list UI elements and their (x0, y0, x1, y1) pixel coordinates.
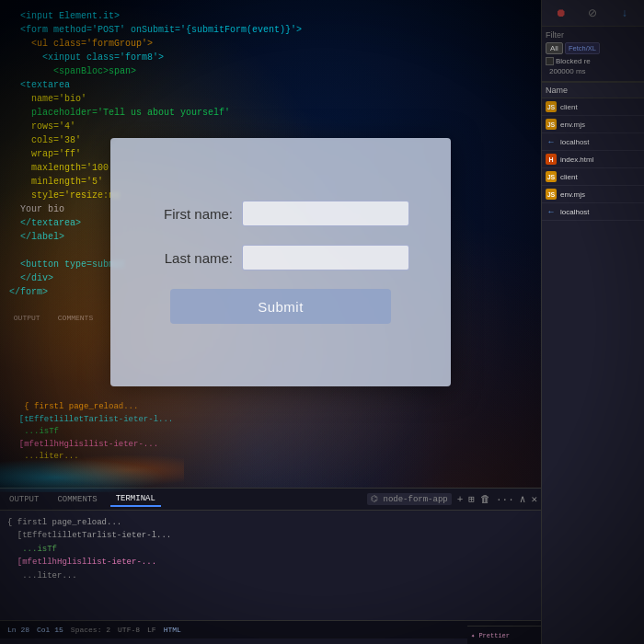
arrow-icon: ← (546, 136, 557, 147)
net-item-name: localhost (560, 138, 590, 146)
list-item[interactable]: H index.html (542, 151, 644, 168)
js-icon: JS (546, 189, 557, 200)
clear-icon[interactable]: ⊘ (585, 6, 600, 20)
last-name-label: Last name: (152, 250, 233, 266)
form-preview: First name: Last name: Submit (110, 138, 451, 386)
first-name-label: First name: (152, 206, 233, 222)
ms-label: 200000 ms (546, 65, 640, 77)
terminal-line: ...isTf (7, 543, 534, 556)
prettier-bar: ✦ Prettier (467, 626, 541, 644)
network-items-list: JS client JS env.mjs ← localhost H index… (542, 98, 644, 644)
net-item-name: index.html (560, 155, 593, 164)
terminal-line: { firstl page_reload... (7, 516, 534, 529)
list-item[interactable]: JS client (542, 98, 644, 116)
term-output-text: ...isTf (7, 545, 57, 554)
first-name-row: First name: (152, 201, 409, 226)
filter-bar: All Fetch/XL (546, 42, 640, 54)
filter-fetch-button[interactable]: Fetch/XL (565, 42, 600, 54)
name-column-header: Name (542, 82, 644, 98)
tab-output[interactable]: OUTPUT (4, 493, 44, 506)
js-icon: JS (546, 101, 557, 112)
blocked-re-row: Blocked re (546, 57, 640, 65)
list-item[interactable]: ← localhost (542, 203, 644, 221)
term-output-text: ...liter... (7, 571, 77, 581)
js-icon: JS (546, 119, 557, 130)
terminal-collapse-icon[interactable]: ∧ (520, 493, 526, 505)
terminal-panel: OUTPUT COMMENTS TERMINAL ⌬ node-form-app… (0, 488, 541, 644)
devtools-panel: ⏺ ⊘ ↓ Filter All Fetch/XL Blocked re 200… (541, 0, 644, 644)
terminal-split-icon[interactable]: ⊞ (468, 493, 475, 505)
first-name-input[interactable] (242, 201, 409, 226)
status-language: HTML (164, 626, 181, 634)
status-line-ending: LF (147, 626, 156, 634)
list-item[interactable]: JS env.mjs (542, 116, 644, 133)
net-item-name: localhost (560, 208, 590, 216)
status-encoding: UTF-8 (118, 626, 140, 634)
list-item[interactable]: ← localhost (542, 133, 644, 151)
filter-section: Filter All Fetch/XL Blocked re 200000 ms (542, 27, 644, 82)
terminal-line: [tEffetlilletTarlist-ieter-l... (7, 529, 534, 542)
record-icon[interactable]: ⏺ (554, 6, 569, 20)
list-item[interactable]: JS env.mjs (542, 186, 644, 203)
term-output-text: { firstl page_reload... (7, 518, 121, 527)
prettier-label: ✦ Prettier (471, 632, 510, 639)
status-col: Col 15 (37, 626, 63, 634)
terminal-line: [mfetllhHglisllist-ieter-... (7, 556, 534, 569)
terminal-content: { firstl page_reload... [tEffetlilletTar… (0, 511, 541, 620)
tab-terminal[interactable]: TERMINAL (110, 492, 161, 507)
devtools-toolbar: ⏺ ⊘ ↓ (542, 0, 644, 27)
html-icon: H (546, 154, 557, 165)
filter-label: Filter (546, 30, 640, 40)
last-name-row: Last name: (152, 245, 409, 270)
terminal-add-icon[interactable]: + (457, 494, 464, 505)
net-item-name: env.mjs (560, 190, 585, 199)
terminal-trash-icon[interactable]: 🗑 (480, 493, 490, 505)
arrow-icon: ← (546, 206, 557, 217)
js-icon: JS (546, 171, 557, 182)
blocked-re-label: Blocked re (556, 57, 591, 65)
tab-comments[interactable]: COMMENTS (52, 493, 102, 506)
term-output-text: [tEffetlilletTarlist-ieter-l... (7, 531, 171, 540)
neon-glow-decoration (0, 455, 184, 492)
blocked-checkbox[interactable] (546, 57, 554, 65)
net-item-name: env.mjs (560, 121, 585, 129)
status-ln: Ln 28 (7, 626, 29, 634)
net-item-name: client (560, 103, 578, 111)
list-item[interactable]: JS client (542, 168, 644, 186)
filter-all-button[interactable]: All (546, 42, 563, 54)
terminal-close-icon[interactable]: ✕ (531, 493, 537, 505)
terminal-line: ...liter... (7, 569, 534, 582)
term-output-text: [mfetllhHglisllist-ieter-... (7, 558, 156, 567)
last-name-input[interactable] (242, 245, 409, 270)
submit-button[interactable]: Submit (170, 289, 391, 324)
net-item-name: client (560, 173, 578, 181)
terminal-dots-icon[interactable]: ··· (496, 494, 514, 505)
status-spaces: Spaces: 2 (71, 626, 110, 634)
terminal-prompt-path[interactable]: ⌬ node-form-app (367, 493, 452, 505)
status-bar: Ln 28 Col 15 Spaces: 2 UTF-8 LF HTML (0, 620, 541, 638)
download-icon[interactable]: ↓ (617, 6, 632, 20)
